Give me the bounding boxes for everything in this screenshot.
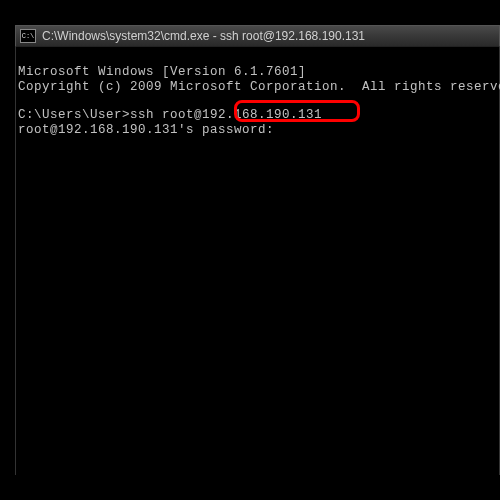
cmd-icon-label: C:\ [22,33,35,40]
terminal-line: Microsoft Windows [Version 6.1.7601] [18,65,497,79]
terminal-prompt-line: C:\Users\User>ssh root@192.168.190.131 [18,108,497,122]
terminal-output[interactable]: Microsoft Windows [Version 6.1.7601]Copy… [15,47,500,475]
window-titlebar[interactable]: C:\ C:\Windows\system32\cmd.exe - ssh ro… [15,25,500,47]
cmd-icon: C:\ [20,29,36,43]
cmd-window: C:\ C:\Windows\system32\cmd.exe - ssh ro… [15,25,500,475]
terminal-line [18,94,497,108]
password-prompt: root@192.168.190.131's password: [18,123,274,137]
terminal-line: Copyright (c) 2009 Microsoft Corporation… [18,80,497,94]
window-title: C:\Windows\system32\cmd.exe - ssh root@1… [42,29,365,43]
